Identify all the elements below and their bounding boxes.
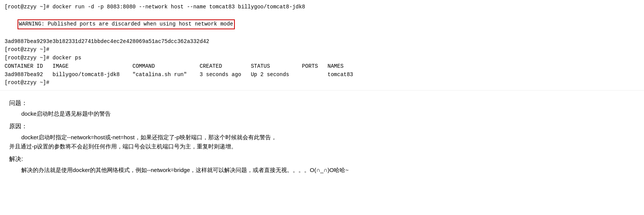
cause-label: 原因： (9, 121, 635, 131)
terminal-line-cmd1: [root@zzyy ~]# docker run -d -p 8083:808… (5, 3, 639, 11)
problem-section: 问题： docke启动时总是遇见标题中的警告 (9, 98, 635, 119)
problem-body: docke启动时总是遇见标题中的警告 (21, 109, 635, 118)
terminal-line-blank1: [root@zzyy ~]# (5, 46, 639, 54)
cause-body2: 并且通过-p设置的参数将不会起到任何作用，端口号会以主机端口号为主，重复时则递增… (9, 142, 635, 151)
problem-label: 问题： (9, 98, 635, 108)
warning-text: WARNING: Published ports are discarded w… (18, 19, 235, 29)
solution-label: 解决: (9, 154, 635, 164)
terminal-block: [root@zzyy ~]# docker run -d -p 8083:808… (0, 0, 644, 91)
solution-body: 解决的办法就是使用docker的其他网络模式，例如--network=bridg… (21, 166, 635, 175)
content-section: 问题： docke启动时总是遇见标题中的警告 原因： docker启动时指定--… (0, 91, 644, 187)
terminal-line-warning: WARNING: Published ports are discarded w… (5, 11, 639, 38)
solution-section: 解决: 解决的办法就是使用docker的其他网络模式，例如--network=b… (9, 154, 635, 175)
terminal-line-blank2: [root@zzyy ~]# (5, 79, 639, 87)
terminal-line-hash: 3ad9887bea9293e3b182331d2741bbdec4ec2e42… (5, 38, 639, 46)
terminal-line-row: 3ad9887bea92 billygoo/tomcat8-jdk8 "cata… (5, 71, 639, 79)
cause-body1: docker启动时指定--network=host或-net=host，如果还指… (21, 133, 635, 142)
terminal-line-header: CONTAINER ID IMAGE COMMAND CREATED STATU… (5, 62, 639, 71)
terminal-line-cmd2: [root@zzyy ~]# docker ps (5, 54, 639, 62)
cause-section: 原因： docker启动时指定--network=host或-net=host，… (9, 121, 635, 151)
